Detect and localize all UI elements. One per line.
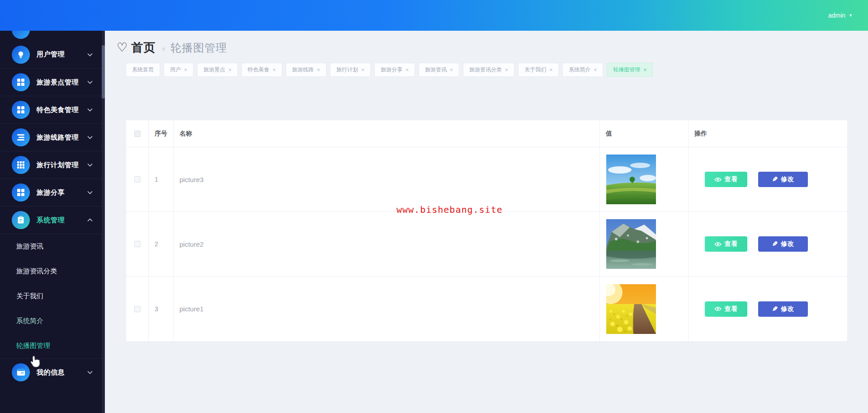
eye-icon (714, 306, 722, 311)
tag-share[interactable]: 旅游分享× (374, 63, 415, 77)
window-icon (12, 363, 30, 381)
close-icon[interactable]: × (594, 67, 597, 73)
page-title: 轮播图管理 (170, 41, 227, 55)
column-header-name: 名称 (174, 120, 600, 147)
sidebar-item-scenic-mgmt[interactable]: 旅游景点管理 (0, 68, 102, 96)
heart-icon: ♡ (117, 42, 127, 54)
tab-tags-bar: 系统首页 用户× 旅游景点× 特色美食× 旅游线路× 旅行计划× 旅游分享× 旅… (126, 63, 868, 77)
chevron-down-icon (87, 53, 93, 56)
chevron-up-icon (87, 218, 93, 222)
grid-icon (12, 101, 30, 119)
top-header-bar: admin ▼ (0, 0, 868, 31)
sidebar-item-share[interactable]: 旅游分享 (0, 178, 102, 206)
chevron-down-icon (87, 136, 93, 139)
mountain-lake-photo (606, 219, 656, 269)
row-index: 3 (149, 277, 174, 341)
chevron-down-icon (87, 80, 93, 84)
tag-scenic[interactable]: 旅游景点× (197, 63, 238, 77)
sidebar-item-label: 特色美食管理 (37, 106, 79, 114)
sidebar-item-label: 旅行计划管理 (37, 161, 79, 169)
close-icon[interactable]: × (273, 67, 276, 73)
chevron-down-icon (87, 108, 93, 112)
sidebar-scrollbar-thumb[interactable] (102, 45, 105, 99)
tag-plan[interactable]: 旅行计划× (330, 63, 371, 77)
row-index: 1 (149, 147, 174, 211)
site-watermark: www.bishebang.site (396, 204, 503, 215)
close-icon[interactable]: × (450, 67, 453, 73)
grid-icon (12, 73, 30, 91)
sidebar-nav: 用户管理 旅游景点管理 特色美食管理 (0, 0, 105, 413)
breadcrumb-home[interactable]: 首页 (131, 40, 156, 56)
list-icon (12, 128, 30, 146)
meadow-tree-photo (606, 155, 656, 204)
close-icon[interactable]: × (505, 67, 508, 73)
rapeseed-field-photo (606, 284, 656, 334)
view-button[interactable]: 查看 (705, 236, 747, 252)
system-mgmt-submenu: 旅游资讯 旅游资讯分类 关于我们 系统简介 轮播图管理 (0, 234, 102, 358)
close-icon[interactable]: × (643, 67, 646, 73)
column-header-value: 值 (600, 120, 689, 147)
close-icon[interactable]: × (317, 67, 320, 73)
tag-home[interactable]: 系统首页 (126, 63, 160, 77)
tag-news-category[interactable]: 旅游资讯分类× (463, 63, 514, 77)
sidebar-item-user-mgmt[interactable]: 用户管理 (0, 41, 102, 68)
row-name: picture2 (174, 212, 600, 276)
mouse-cursor-hand (29, 355, 41, 369)
tag-food[interactable]: 特色美食× (241, 63, 282, 77)
submenu-item-about-us[interactable]: 关于我们 (0, 284, 102, 309)
eye-icon (714, 177, 722, 182)
edit-button[interactable]: ✎ 修改 (758, 301, 808, 317)
edit-button[interactable]: ✎ 修改 (758, 172, 808, 187)
submenu-item-news[interactable]: 旅游资讯 (0, 234, 102, 259)
grid-icon (12, 183, 30, 202)
chevron-down-icon (87, 163, 93, 167)
chevron-down-icon (87, 371, 93, 374)
close-icon[interactable]: × (184, 67, 187, 73)
sidebar-item-label: 系统管理 (37, 216, 65, 225)
select-all-checkbox[interactable] (134, 131, 141, 137)
row-name: picture3 (174, 147, 600, 211)
tag-user[interactable]: 用户× (164, 63, 193, 77)
row-checkbox[interactable] (134, 241, 141, 247)
submenu-item-system-intro[interactable]: 系统简介 (0, 309, 102, 333)
sidebar-item-my-info[interactable]: 我的信息 (0, 358, 102, 386)
main-content: ♡ 首页 = 轮播图管理 系统首页 用户× 旅游景点× 特色美食× 旅游线路× … (105, 31, 868, 413)
sidebar-item-route-mgmt[interactable]: 旅游线路管理 (0, 123, 102, 151)
sidebar-item-food-mgmt[interactable]: 特色美食管理 (0, 96, 102, 123)
row-name: picture1 (174, 277, 600, 341)
close-icon[interactable]: × (361, 67, 364, 73)
table-row: 1 picture3 (126, 147, 847, 212)
chevron-down-icon (87, 191, 93, 194)
sidebar-item-system-mgmt[interactable]: 系统管理 (0, 206, 102, 234)
eye-icon (714, 242, 722, 247)
sidebar-item-label: 旅游景点管理 (37, 78, 79, 87)
username-label: admin (828, 12, 845, 19)
view-button[interactable]: 查看 (705, 172, 747, 187)
row-checkbox[interactable] (134, 306, 141, 312)
submenu-item-news-category[interactable]: 旅游资讯分类 (0, 259, 102, 284)
table-row: 3 picture1 (126, 277, 847, 341)
tag-system-intro[interactable]: 系统简介× (562, 63, 603, 77)
tag-about[interactable]: 关于我们× (518, 63, 559, 77)
tag-news[interactable]: 旅游资讯× (419, 63, 459, 77)
row-checkbox[interactable] (134, 176, 141, 183)
tag-route[interactable]: 旅游线路× (286, 63, 326, 77)
row-index: 2 (149, 212, 174, 276)
edit-button[interactable]: ✎ 修改 (758, 236, 808, 252)
column-header-actions: 操作 (689, 120, 847, 147)
tag-carousel-mgmt[interactable]: 轮播图管理× (607, 63, 653, 77)
pencil-icon: ✎ (772, 175, 778, 183)
view-button[interactable]: 查看 (705, 301, 747, 317)
clipboard-icon (12, 211, 30, 229)
sidebar-item-plan-mgmt[interactable]: 旅行计划管理 (0, 151, 102, 178)
lightbulb-icon (12, 46, 30, 64)
close-icon[interactable]: × (406, 67, 409, 73)
close-icon[interactable]: × (549, 67, 552, 73)
close-icon[interactable]: × (228, 67, 231, 73)
carousel-table: 序号 名称 值 操作 1 picture3 (126, 120, 848, 342)
submenu-item-carousel-mgmt[interactable]: 轮播图管理 (0, 333, 102, 358)
column-header-index: 序号 (149, 120, 174, 147)
sidebar-item-label: 我的信息 (37, 368, 65, 377)
user-dropdown[interactable]: admin ▼ (828, 12, 853, 19)
sidebar-item-label: 旅游分享 (37, 188, 65, 197)
